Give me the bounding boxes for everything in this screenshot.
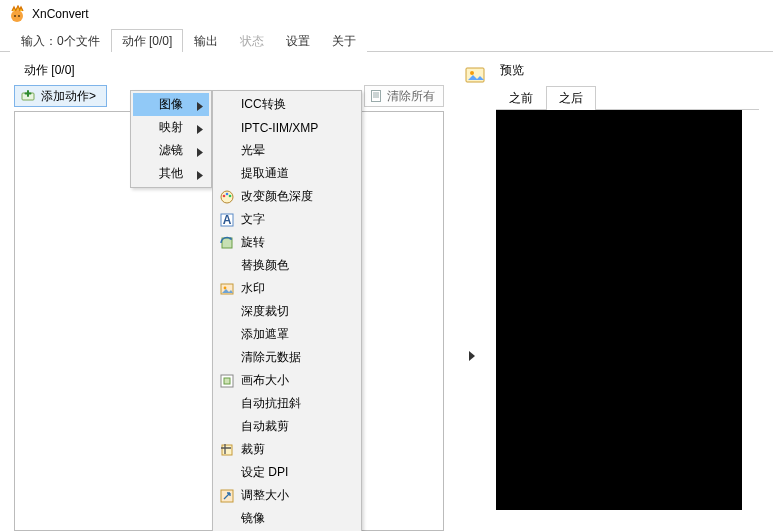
svg-point-13 [229,195,232,198]
actions-group-label: 动作 [0/0] [24,62,444,79]
chevron-right-icon [197,100,203,114]
menu-mapping[interactable]: 映射 [133,116,209,139]
rotate-icon [219,235,235,251]
image-menu-item[interactable]: 画布大小 [215,369,359,392]
clear-all-button[interactable]: 清除所有 [364,85,444,107]
menu-item-label: IPTC-IIM/XMP [241,121,318,135]
image-menu-item[interactable]: 自动裁剪 [215,415,359,438]
preview-title: 预览 [496,62,759,79]
preview-icon [464,64,486,86]
canvas-icon [219,373,235,389]
menu-item-label: 调整大小 [241,487,289,504]
svg-point-12 [226,193,229,196]
tab-input[interactable]: 输入：0个文件 [10,29,111,52]
menu-item-label: 镜像 [241,510,265,527]
image-menu-item[interactable]: 自动抗扭斜 [215,392,359,415]
image-submenu: ICC转换IPTC-IIM/XMP光晕提取通道改变颜色深度A文字旋转替换颜色水印… [212,90,362,531]
menu-item-label: 水印 [241,280,265,297]
svg-point-9 [470,71,474,75]
chevron-right-icon [197,146,203,160]
menu-image[interactable]: 图像 [133,93,209,116]
image-menu-item[interactable]: 镜像 [215,507,359,530]
svg-rect-20 [224,378,230,384]
svg-rect-4 [372,91,381,102]
menu-item-label: 替换颜色 [241,257,289,274]
menu-item-label: 裁剪 [241,441,265,458]
title-bar: XnConvert [0,0,773,28]
tab-before[interactable]: 之前 [496,86,546,110]
resize-icon [219,488,235,504]
image-menu-item[interactable]: 替换颜色 [215,254,359,277]
menu-item-label: 添加遮罩 [241,326,289,343]
image-menu-item[interactable]: 设定 DPI [215,461,359,484]
image-menu-item[interactable]: 深度裁切 [215,300,359,323]
tab-settings[interactable]: 设置 [275,29,321,52]
tab-output[interactable]: 输出 [183,29,229,52]
tab-actions[interactable]: 动作 [0/0] [111,29,184,52]
image-menu-item[interactable]: 改变颜色深度 [215,185,359,208]
image-menu-item[interactable]: 调整大小 [215,484,359,507]
image-menu-item[interactable]: 裁剪 [215,438,359,461]
add-action-menu: 图像 映射 滤镜 其他 [130,90,212,188]
tab-about[interactable]: 关于 [321,29,367,52]
svg-point-1 [14,15,16,17]
menu-item-label: 旋转 [241,234,265,251]
tab-after[interactable]: 之后 [546,86,596,110]
svg-point-0 [11,10,23,22]
menu-item-label: 自动抗扭斜 [241,395,301,412]
image-menu-item[interactable]: 添加遮罩 [215,323,359,346]
page-icon [369,89,383,103]
svg-text:A: A [223,213,232,227]
svg-rect-21 [222,445,232,455]
clear-all-label: 清除所有 [387,88,435,105]
main-tabs: 输入：0个文件 动作 [0/0] 输出 状态 设置 关于 [0,28,773,52]
image-menu-item[interactable]: IPTC-IIM/XMP [215,116,359,139]
menu-filter[interactable]: 滤镜 [133,139,209,162]
image-menu-item[interactable]: 清除元数据 [215,346,359,369]
svg-point-11 [223,195,226,198]
palette-icon [219,189,235,205]
chevron-right-icon [197,123,203,137]
menu-item-label: 提取通道 [241,165,289,182]
menu-item-label: 自动裁剪 [241,418,289,435]
plus-icon [21,89,35,103]
image-menu-item[interactable]: ICC转换 [215,93,359,116]
crop-icon [219,442,235,458]
app-icon [8,5,26,23]
image-menu-item[interactable]: A文字 [215,208,359,231]
menu-item-label: 清除元数据 [241,349,301,366]
app-title: XnConvert [32,7,89,21]
add-action-label: 添加动作> [41,88,96,105]
preview-tabs: 之前 之后 [496,85,759,110]
menu-item-label: 改变颜色深度 [241,188,313,205]
menu-item-label: 文字 [241,211,265,228]
menu-item-label: 画布大小 [241,372,289,389]
expand-arrow-icon[interactable] [468,350,476,365]
image-menu-item[interactable]: 光晕 [215,139,359,162]
add-action-button[interactable]: 添加动作> [14,85,107,107]
watermark-icon [219,281,235,297]
image-menu-item[interactable]: 旋转 [215,231,359,254]
svg-point-2 [18,15,20,17]
menu-other[interactable]: 其他 [133,162,209,185]
menu-item-label: ICC转换 [241,96,286,113]
text-icon: A [219,212,235,228]
image-menu-item[interactable]: 水印 [215,277,359,300]
preview-canvas [496,110,742,510]
menu-item-label: 深度裁切 [241,303,289,320]
tab-status: 状态 [229,29,275,52]
menu-item-label: 设定 DPI [241,464,288,481]
svg-point-18 [224,287,227,290]
image-menu-item[interactable]: 提取通道 [215,162,359,185]
chevron-right-icon [197,169,203,183]
menu-item-label: 光晕 [241,142,265,159]
